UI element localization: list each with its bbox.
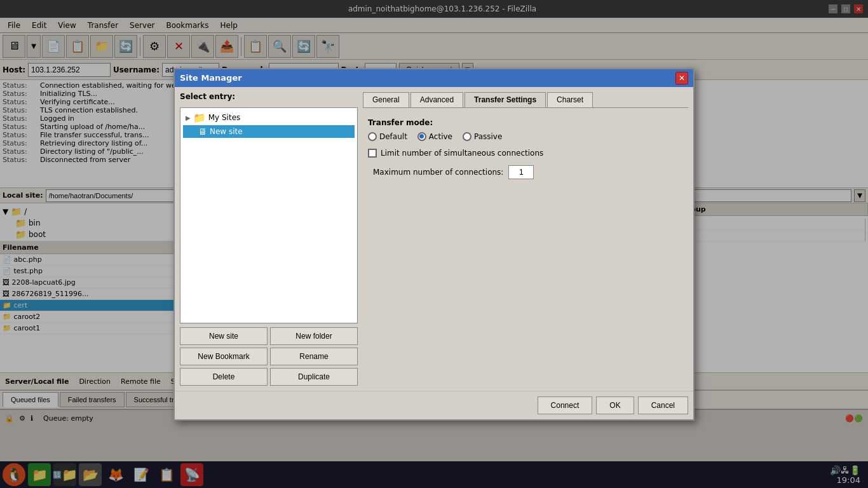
tab-advanced[interactable]: Advanced xyxy=(410,92,463,107)
max-connections-row: Maximum number of connections: xyxy=(368,165,683,179)
modal-tab-content: Transfer mode: Default Active Passive xyxy=(363,113,688,386)
limit-connections-checkbox-box xyxy=(368,149,377,158)
connect-button[interactable]: Connect xyxy=(538,396,593,414)
max-connections-label: Maximum number of connections: xyxy=(373,168,503,177)
radio-passive-label: Passive xyxy=(474,132,502,141)
site-manager-modal: Site Manager ✕ Select entry: ▶ 📁 My Site… xyxy=(173,68,695,421)
new-folder-button[interactable]: New folder xyxy=(270,327,358,345)
modal-overlay: Site Manager ✕ Select entry: ▶ 📁 My Site… xyxy=(0,0,868,488)
folder-label-my-sites: My Sites xyxy=(208,113,241,122)
tab-transfer-settings[interactable]: Transfer Settings xyxy=(465,92,546,107)
modal-close-button[interactable]: ✕ xyxy=(675,72,688,85)
modal-title-bar: Site Manager ✕ xyxy=(175,69,693,87)
duplicate-button[interactable]: Duplicate xyxy=(270,368,358,386)
radio-active-label: Active xyxy=(429,132,452,141)
radio-passive[interactable]: Passive xyxy=(463,132,502,141)
delete-button[interactable]: Delete xyxy=(180,368,268,386)
modal-right-panel: General Advanced Transfer Settings Chars… xyxy=(363,92,688,386)
new-site-button[interactable]: New site xyxy=(180,327,268,345)
radio-default-label: Default xyxy=(379,132,407,141)
modal-body: Select entry: ▶ 📁 My Sites 🖥 New site Ne… xyxy=(175,87,693,391)
transfer-mode-radio-group: Default Active Passive xyxy=(368,132,683,141)
max-connections-input[interactable] xyxy=(508,165,534,179)
tree-site-new[interactable]: 🖥 New site xyxy=(183,125,355,138)
radio-active-circle xyxy=(417,132,426,141)
limit-connections-label: Limit number of simultaneous connections xyxy=(381,149,543,158)
radio-default-circle xyxy=(368,132,377,141)
modal-left-panel: Select entry: ▶ 📁 My Sites 🖥 New site Ne… xyxy=(180,92,358,386)
folder-yellow-icon: 📁 xyxy=(193,112,206,124)
modal-button-group: New site New folder New Bookmark Rename … xyxy=(180,327,358,386)
modal-tabs: General Advanced Transfer Settings Chars… xyxy=(363,92,688,108)
folder-arrow-icon: ▶ xyxy=(186,114,191,121)
modal-title: Site Manager xyxy=(180,73,242,83)
modal-footer: Connect OK Cancel xyxy=(175,391,693,419)
tree-folder-my-sites[interactable]: ▶ 📁 My Sites xyxy=(183,111,355,125)
site-label-new: New site xyxy=(210,127,243,136)
select-entry-label: Select entry: xyxy=(180,92,358,101)
radio-passive-circle xyxy=(463,132,471,141)
radio-default[interactable]: Default xyxy=(368,132,407,141)
ok-button[interactable]: OK xyxy=(596,396,634,414)
tab-general[interactable]: General xyxy=(363,92,409,107)
limit-connections-checkbox[interactable]: Limit number of simultaneous connections xyxy=(368,149,683,158)
cancel-button[interactable]: Cancel xyxy=(638,396,688,414)
rename-button[interactable]: Rename xyxy=(270,348,358,365)
radio-active[interactable]: Active xyxy=(417,132,452,141)
new-bookmark-button[interactable]: New Bookmark xyxy=(180,348,268,365)
tab-charset[interactable]: Charset xyxy=(547,92,593,107)
transfer-mode-label: Transfer mode: xyxy=(368,118,683,127)
site-tree: ▶ 📁 My Sites 🖥 New site xyxy=(180,107,358,323)
site-icon: 🖥 xyxy=(198,126,207,137)
